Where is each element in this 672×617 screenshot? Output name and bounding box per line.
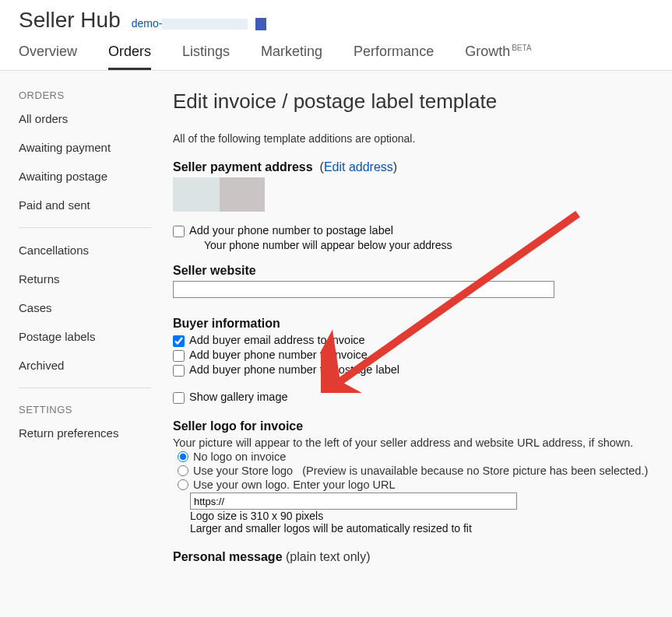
page-title: Edit invoice / postage label template — [173, 89, 653, 114]
tab-orders[interactable]: Orders — [108, 44, 151, 70]
logo-none-radio[interactable] — [178, 451, 188, 462]
sidebar-item-awaiting-payment[interactable]: Awaiting payment — [19, 141, 151, 154]
nav-tabs: Overview Orders Listings Marketing Perfo… — [19, 44, 653, 70]
hub-title: Seller Hub — [19, 8, 121, 33]
logo-size-note1: Logo size is 310 x 90 pixels — [190, 510, 653, 522]
seller-website-input[interactable] — [173, 281, 554, 298]
tab-overview[interactable]: Overview — [19, 44, 77, 70]
sidebar-item-paid-sent[interactable]: Paid and sent — [19, 198, 151, 212]
logo-store-radio[interactable] — [178, 465, 188, 476]
sidebar-heading-orders: ORDERS — [19, 89, 151, 101]
buyer-email-label: Add buyer email address to invoice — [189, 334, 365, 346]
buyer-phone-label-checkbox[interactable] — [173, 365, 185, 377]
tab-growth[interactable]: GrowthBETA — [465, 44, 531, 70]
logo-none-label: No logo on invoice — [193, 450, 286, 463]
logo-store-label: Use your Store logo — [193, 465, 293, 477]
sidebar-item-postage-labels[interactable]: Postage labels — [19, 330, 151, 343]
buyer-email-checkbox[interactable] — [173, 335, 185, 347]
buyer-phone-invoice-checkbox[interactable] — [173, 350, 185, 362]
seller-logo-heading: Seller logo for invoice — [173, 419, 653, 433]
intro-text: All of the following template additions … — [173, 132, 653, 145]
tab-marketing[interactable]: Marketing — [261, 44, 322, 70]
sidebar-item-cancellations[interactable]: Cancellations — [19, 244, 151, 257]
buyer-info-heading: Buyer information — [173, 317, 653, 331]
logo-size-note2: Larger and smaller logos will be automat… — [190, 522, 653, 535]
logo-url-input[interactable] — [190, 493, 517, 510]
swap-account-icon — [255, 18, 266, 30]
sidebar-item-cases[interactable]: Cases — [19, 301, 151, 314]
seller-logo-help: Your picture will appear to the left of … — [173, 436, 653, 449]
seller-payment-heading: Seller payment address (Edit address) — [173, 160, 653, 174]
gallery-image-label: Show gallery image — [189, 391, 288, 403]
sidebar-item-return-preferences[interactable]: Return preferences — [19, 426, 151, 440]
phone-on-label-text: Add your phone number to postage label — [189, 224, 393, 237]
personal-msg-heading: Personal message (plain text only) — [173, 550, 653, 564]
sidebar: ORDERS All orders Awaiting payment Await… — [19, 89, 151, 567]
beta-badge: BETA — [512, 44, 531, 52]
sidebar-divider — [19, 227, 151, 228]
sidebar-item-awaiting-postage[interactable]: Awaiting postage — [19, 170, 151, 183]
gallery-image-checkbox[interactable] — [173, 392, 185, 404]
phone-on-label-checkbox[interactable] — [173, 226, 185, 237]
account-name-prefix: demo- — [132, 17, 163, 30]
tab-performance[interactable]: Performance — [354, 44, 434, 70]
sidebar-divider — [19, 387, 151, 388]
account-switcher[interactable]: demo- — [132, 17, 267, 30]
logo-own-radio[interactable] — [178, 479, 188, 490]
buyer-phone-label-label: Add buyer phone number to postage label — [189, 363, 399, 376]
sidebar-item-all-orders[interactable]: All orders — [19, 112, 151, 125]
sidebar-item-returns[interactable]: Returns — [19, 272, 151, 286]
account-name-redacted — [162, 19, 248, 30]
seller-website-heading: Seller website — [173, 264, 653, 278]
header: Seller Hub demo- Overview Orders Listing… — [0, 0, 672, 71]
tab-listings[interactable]: Listings — [182, 44, 230, 70]
address-placeholder — [173, 177, 653, 212]
phone-sub-note: Your phone number will appear below your… — [204, 239, 653, 251]
logo-store-note: (Preview is unavailable because no Store… — [302, 465, 648, 477]
main-content: Edit invoice / postage label template Al… — [173, 89, 653, 567]
edit-address-link[interactable]: Edit address — [324, 160, 393, 174]
sidebar-item-archived[interactable]: Archived — [19, 359, 151, 372]
logo-own-label: Use your own logo. Enter your logo URL — [193, 479, 396, 491]
buyer-phone-invoice-label: Add buyer phone number to invoice — [189, 349, 368, 361]
sidebar-heading-settings: SETTINGS — [19, 404, 151, 415]
